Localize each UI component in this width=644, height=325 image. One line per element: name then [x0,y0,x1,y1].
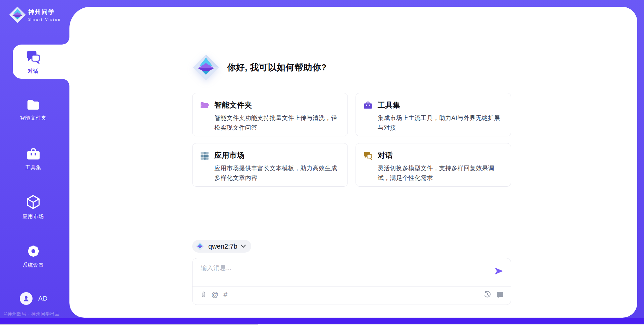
chevron-down-icon [241,245,246,248]
sidebar-item-label: 智能文件夹 [0,115,66,121]
greeting-text: 你好, 我可以如何帮助你? [227,62,327,73]
model-diamond-logo-icon [196,242,204,251]
sidebar: 神州问学 Smart Vision 对话 智能文件夹 工具集 应用市场 [0,0,69,318]
sidebar-item-chat[interactable]: 对话 [0,50,66,74]
brand-diamond-logo-icon [9,6,26,23]
card-description: 智能文件夹功能支持批量文件上传与清洗，轻松实现文件问答 [214,113,341,133]
sidebar-item-label: 系统设置 [0,262,66,268]
mention-button[interactable]: @ [211,291,218,298]
sidebar-item-smart-folder[interactable]: 智能文件夹 [0,99,66,121]
attach-file-button[interactable] [201,290,206,299]
message-input[interactable] [201,264,486,282]
topic-button[interactable]: # [223,291,227,298]
avatar [20,292,33,305]
bottom-accent-bar [0,318,644,324]
cube-icon [26,194,41,210]
folder-icon [26,99,41,111]
card-description: 集成市场上主流工具，助力AI与外界无缝扩展与对接 [378,113,504,133]
quick-reply-button[interactable] [496,291,503,298]
model-selector[interactable]: qwen2:7b [192,240,251,253]
send-icon[interactable] [494,267,503,275]
mention-icon: @ [211,291,218,298]
tab-fillet-bottom [62,79,69,86]
copyright: ©神州数码 · 神州问学出品 [3,311,70,317]
history-button[interactable] [484,291,491,298]
greeting-diamond-logo-icon [192,54,220,81]
sidebar-item-toolbox[interactable]: 工具集 [0,147,66,171]
sidebar-item-label: 工具集 [0,165,66,171]
folder-open-icon [200,101,209,109]
feature-cards: 智能文件夹 智能文件夹功能支持批量文件上传与清洗，轻松实现文件问答 工具集 集成… [192,93,511,187]
greeting: 你好, 我可以如何帮助你? [192,54,327,81]
composer-toolbar: @ # [201,290,503,299]
brand-name: 神州问学 [28,8,61,16]
composer-divider [193,286,511,287]
paperclip-icon [201,290,206,299]
card-toolbox[interactable]: 工具集 集成市场上主流工具，助力AI与外界无缝扩展与对接 [356,93,511,136]
tab-fillet-top [62,37,69,45]
grid-icon [200,151,209,160]
quick-reply-icon [496,291,503,298]
sidebar-item-app-market[interactable]: 应用市场 [0,194,66,220]
card-title: 应用市场 [214,150,341,160]
horizontal-scrollbar[interactable] [0,324,644,325]
brand: 神州问学 Smart Vision [9,6,61,23]
card-title: 工具集 [378,100,504,110]
card-smart-folder[interactable]: 智能文件夹 智能文件夹功能支持批量文件上传与清洗，轻松实现文件问答 [192,93,348,136]
card-app-market[interactable]: 应用市场 应用市场提供丰富长文本模板，助力高效生成多样化文章内容 [192,143,348,187]
history-icon [484,291,491,298]
person-icon [22,295,30,302]
chat-bubbles-icon [363,151,373,160]
user-profile[interactable]: AD [20,292,48,305]
card-chat[interactable]: 对话 灵活切换多模型文件，支持多样回复效果调试，满足个性化需求 [356,143,511,187]
briefcase-icon [26,147,41,161]
model-name: qwen2:7b [208,243,237,250]
composer: @ # [192,258,511,305]
scrollbar-thumb[interactable] [0,324,258,325]
gear-icon [26,244,41,258]
user-name: AD [38,295,48,302]
card-title: 对话 [378,150,504,160]
sidebar-item-label: 应用市场 [0,213,66,220]
card-title: 智能文件夹 [214,100,341,110]
hash-icon: # [223,291,227,298]
brand-subtitle: Smart Vision [28,17,61,21]
sidebar-item-settings[interactable]: 系统设置 [0,244,66,268]
card-description: 灵活切换多模型文件，支持多样回复效果调试，满足个性化需求 [378,164,504,183]
chat-bubbles-icon [25,50,41,64]
briefcase-icon [363,101,373,110]
card-description: 应用市场提供丰富长文本模板，助力高效生成多样化文章内容 [214,164,341,183]
sidebar-item-label: 对话 [0,68,66,74]
